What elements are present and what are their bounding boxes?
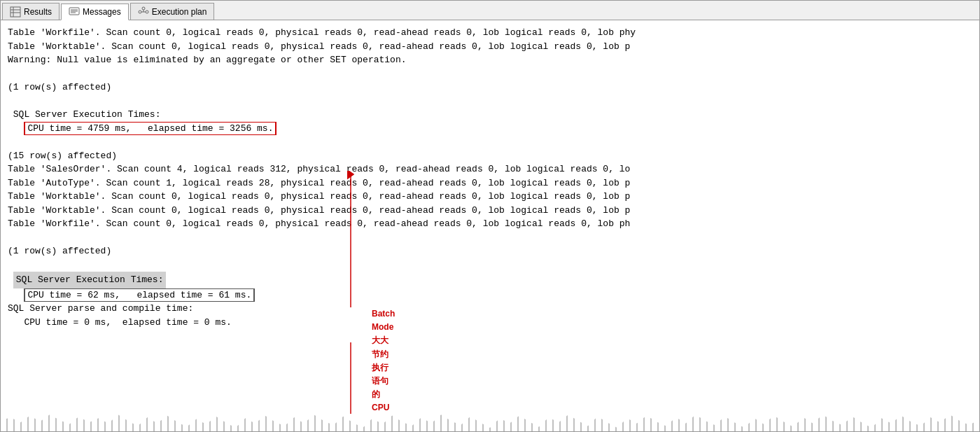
execution-plan-icon <box>138 6 149 18</box>
line-11: Table 'SalesOrder'. Scan count 4, logica… <box>8 162 972 176</box>
svg-point-10 <box>142 7 145 10</box>
line-empty-5 <box>8 258 972 272</box>
tab-results-label: Results <box>24 7 52 17</box>
tab-execution-plan-label: Execution plan <box>152 7 207 17</box>
line-8-highlighted: CPU time = 4759 ms, elapsed time = 3256 … <box>8 122 972 136</box>
svg-rect-0 <box>10 7 20 17</box>
main-window: Results Messages <box>0 0 980 432</box>
torn-bottom-edge <box>1 414 979 431</box>
line-22: CPU time = 0 ms, elapsed time = 0 ms. <box>8 316 972 330</box>
tab-execution-plan[interactable]: Execution plan <box>130 3 215 20</box>
line-20-highlighted: CPU time = 62 ms, elapsed time = 61 ms. <box>8 288 972 302</box>
line-12: Table 'AutoType'. Scan count 1, logical … <box>8 176 972 190</box>
highlight-execution-times-gray: SQL Server Execution Times: <box>13 272 167 288</box>
line-empty-4 <box>8 231 972 245</box>
svg-point-9 <box>146 11 148 13</box>
tab-results[interactable]: Results <box>2 3 59 20</box>
content-area: Table 'Workfile'. Scan count 0, logical … <box>1 20 979 431</box>
tab-bar: Results Messages <box>1 1 979 20</box>
line-13: Table 'Worktable'. Scan count 0, logical… <box>8 190 972 204</box>
line-3: Warning: Null value is eliminated by an … <box>8 53 972 67</box>
line-empty-3 <box>8 135 972 149</box>
line-empty-2 <box>8 95 972 109</box>
line-15: Table 'Workfile'. Scan count 0, logical … <box>8 217 972 231</box>
line-7: SQL Server Execution Times: <box>8 108 972 122</box>
line-19-gray: SQL Server Execution Times: <box>8 272 972 288</box>
highlight-cpu-2: CPU time = 62 ms, elapsed time = 61 ms. <box>24 288 255 302</box>
line-5: (1 row(s) affected) <box>8 81 972 95</box>
line-2: Table 'Worktable'. Scan count 0, logical… <box>8 40 972 54</box>
line-17: (1 row(s) affected) <box>8 244 972 258</box>
line-14: Table 'Worktable'. Scan count 0, logical… <box>8 204 972 218</box>
tab-messages-label: Messages <box>83 7 121 17</box>
messages-panel[interactable]: Table 'Workfile'. Scan count 0, logical … <box>1 20 979 431</box>
svg-point-8 <box>139 11 141 13</box>
tab-messages[interactable]: Messages <box>61 4 129 20</box>
line-1: Table 'Workfile'. Scan count 0, logical … <box>8 26 972 40</box>
content-inner: Table 'Workfile'. Scan count 0, logical … <box>1 20 979 431</box>
highlight-cpu-1: CPU time = 4759 ms, elapsed time = 3256 … <box>24 122 276 136</box>
messages-icon <box>69 6 80 18</box>
line-empty-1 <box>8 67 972 81</box>
line-10: (15 row(s) affected) <box>8 149 972 163</box>
line-21: SQL Server parse and compile time: <box>8 302 972 316</box>
results-icon <box>10 6 21 18</box>
